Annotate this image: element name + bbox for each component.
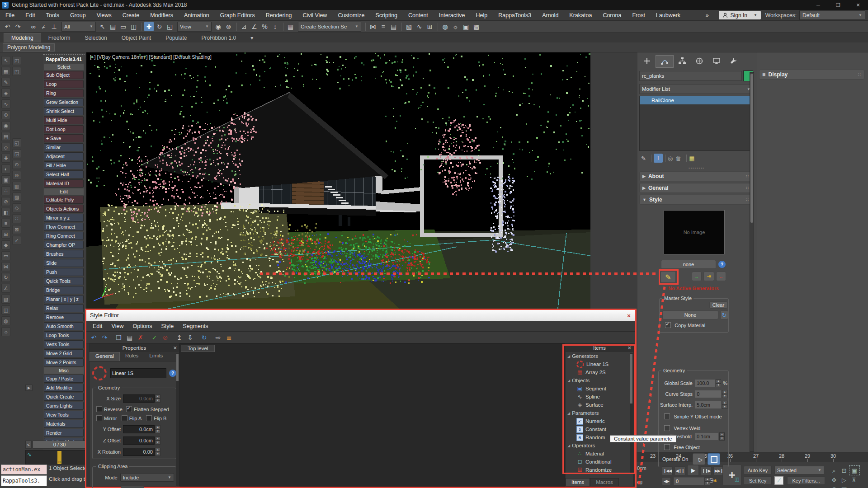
rendered-frame-icon[interactable]: ▣ [461,22,471,31]
side-toolbar-icon[interactable]: ◍ [1,316,10,325]
ribbon-tab-freeform[interactable]: Freeform [41,33,78,42]
menu-create[interactable]: Create [117,12,145,19]
merge-style-button[interactable]: ⇥ [703,272,714,281]
show-end-result-icon[interactable]: ⊺ [654,154,663,163]
rappatools-materials-button[interactable]: Materials [44,420,84,428]
maxscript-listener-line2[interactable]: RappaTools3. [1,475,47,486]
copy-material-checkbox[interactable] [665,322,671,328]
style-map-button[interactable]: none [661,260,716,269]
properties-scrollbar[interactable] [176,353,179,486]
refresh-icon[interactable]: ↻ [199,333,209,342]
previous-frame-button[interactable]: ◀❙❙ [675,466,685,475]
mirror-icon[interactable]: ⋈ [368,22,377,31]
style-editor-menu-style[interactable]: Style [157,323,179,329]
properties-panel-header[interactable]: Properties ✕ [90,344,179,352]
modifier-stack-row-railclone[interactable]: RailClone [640,96,753,104]
flip-b-checkbox[interactable] [146,415,152,421]
render-setup-icon[interactable]: ☼ [451,22,460,31]
items-scrollbar[interactable] [630,353,633,474]
rappatools-flow-connect-button[interactable]: Flow Connect [44,223,84,231]
named-selections-icon[interactable]: ▦ [286,22,295,31]
named-selection-sets-dropdown[interactable]: Create Selection Se▼ [298,22,361,32]
vertex-weld-checkbox[interactable] [664,425,670,431]
display-rollout-header[interactable]: ≣ Display ∷ [759,70,864,80]
configure-modifier-sets-icon[interactable]: ▦ [689,155,694,162]
menu-krakatoa[interactable]: Krakatoa [564,12,597,19]
menu-animation[interactable]: Animation [179,12,215,19]
close-button[interactable]: ✕ [848,2,868,8]
node-canvas[interactable]: Top level [179,343,565,487]
rappatools-cams-lights-button[interactable]: Cams Lights [44,402,84,410]
rappatools-similar-button[interactable]: Similar [44,143,84,151]
disable-icon[interactable]: ⊘ [160,333,170,342]
global-scale-field[interactable]: 100.0 [694,379,715,387]
items-item-segment[interactable]: ▣Segment [566,385,633,393]
z-offset-field[interactable]: 0.0cm [123,436,155,445]
tab-macros[interactable]: Macros [590,478,619,486]
side-toolbar-icon[interactable]: ◳ [12,67,21,76]
spinner[interactable]: ▲▼ [155,425,160,433]
side-toolbar-icon[interactable]: ◉ [1,121,10,130]
menu-modifiers[interactable]: Modifiers [145,12,179,19]
rappatools-mirror-x-y-z-button[interactable]: Mirror x y z [44,214,84,222]
side-toolbar-icon[interactable]: ◇ [1,143,10,152]
clear-master-style-button[interactable]: Clear [709,301,727,309]
menu-group[interactable]: Group [65,12,91,19]
spinner[interactable]: ▲▼ [722,401,727,409]
rappatools-verts-tools-button[interactable]: Verts Tools [44,340,84,348]
side-toolbar-icon[interactable]: ▣ [1,175,10,184]
export-icon[interactable]: ⇨ [213,333,223,342]
help-icon[interactable]: ? [718,261,726,268]
viewport-label[interactable]: [+] [VRay Camera 18mm ] [Standard] [Defa… [90,54,212,60]
items-group-parameters[interactable]: ◢Parameters [566,409,633,417]
mini-curve-toggle-icon[interactable]: ∿ [27,451,32,458]
rappatools-adjacent-button[interactable]: Adjacent [44,152,84,160]
side-toolbar-icon[interactable]: ⊘ [1,197,10,206]
side-toolbar-icon[interactable]: ◲ [12,149,21,158]
rappatools-copy-paste-button[interactable]: Copy / Paste [44,375,84,383]
side-toolbar-icon[interactable]: ◫ [1,305,10,314]
spinner[interactable]: ▲▼ [155,394,160,403]
align-icon[interactable]: ≡ [378,22,388,31]
rappatools-save-button[interactable]: + Save [44,134,84,142]
close-icon[interactable]: ✕ [173,345,177,351]
side-toolbar-icon[interactable]: ∴ [1,186,10,195]
command-panel-scrollbar[interactable] [750,72,754,452]
orbit-icon[interactable]: ◍ [829,484,839,488]
style-editor-titlebar[interactable]: Style Editor × [86,310,635,321]
flatten-stepped-checkbox[interactable] [126,406,132,412]
menu-customize[interactable]: Customize [332,12,370,19]
side-toolbar-icon[interactable]: ↖ [1,56,10,65]
move-icon[interactable]: ✚ [144,22,154,31]
help-icon[interactable]: ? [169,370,176,377]
tab-items[interactable]: Items [566,478,590,486]
spinner[interactable]: ▲▼ [716,379,721,387]
crossing-icon[interactable]: ◫ [129,22,138,31]
default-in-out-tangent-icon[interactable]: ⟋ [774,476,783,485]
side-toolbar-icon[interactable]: ⊞ [1,230,10,239]
ribbon-tab-modeling[interactable]: Modeling [4,33,41,42]
modifier-list-dropdown[interactable]: Modifier List ▼ [639,84,753,94]
select-manipulate-icon[interactable]: ⊚ [224,22,233,31]
items-item-numeric[interactable]: x²Numeric [566,417,633,425]
menu-tools[interactable]: Tools [41,12,65,19]
properties-tab-limits[interactable]: Limits [144,352,168,361]
remove-modifier-icon[interactable]: 🗑︎ [675,155,681,162]
rappatools-ring-button[interactable]: Ring [44,89,84,97]
spinner[interactable]: ▲▼ [722,390,727,398]
rappatools-push-button[interactable]: Push [44,268,84,276]
rollout-about[interactable]: ▶ About ∷ [639,171,752,181]
side-toolbar-icon[interactable]: ∿ [1,99,10,108]
side-toolbar-icon[interactable]: ◐ [1,164,10,174]
pin-up-icon[interactable]: ↥ [175,333,184,342]
select-icon[interactable]: ↖ [98,22,107,31]
select-by-name-icon[interactable]: ▤ [108,22,118,31]
close-icon[interactable]: ✕ [627,345,632,351]
side-toolbar-icon[interactable]: ◧ [1,208,10,217]
side-toolbar-icon[interactable]: ⊠ [12,225,21,234]
pan-icon[interactable]: ⊼ [849,475,859,484]
ribbon-minimize-icon[interactable]: ▾ [243,33,260,42]
generator-name-field[interactable]: Linear 1S [110,368,166,378]
items-item-spline[interactable]: ∿Spline [566,393,633,401]
side-toolbar-icon[interactable]: ☼ [1,327,10,336]
